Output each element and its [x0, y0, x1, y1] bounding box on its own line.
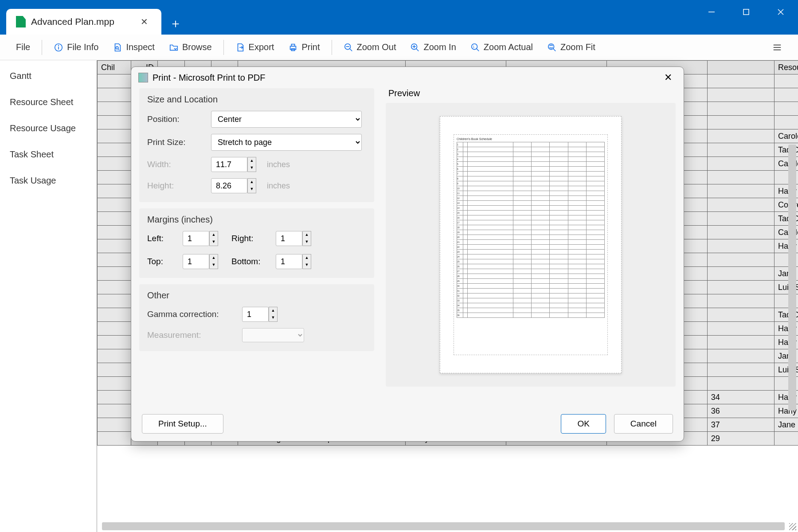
measurement-label: Measurement: [147, 330, 236, 340]
other-group: Other Gamma correction: ▲▼ Measurement: [139, 284, 374, 351]
menu-button[interactable] [765, 40, 789, 55]
toolbar: File File Info Inspect Browse Export Pri… [0, 35, 798, 60]
zoom-out-icon [344, 43, 353, 52]
preview-panel: Children's Book Schedule 123456789101112… [386, 103, 676, 387]
svg-line-13 [349, 48, 352, 51]
svg-line-16 [416, 48, 419, 51]
file-menu[interactable]: File [9, 39, 37, 55]
print-setup-button[interactable]: Print Setup... [142, 414, 223, 434]
inspect-icon [113, 43, 122, 52]
inspect-button[interactable]: Inspect [106, 39, 161, 55]
tab-title: Advanced Plan.mpp [31, 16, 132, 27]
dialog-footer: Print Setup... OK Cancel [131, 407, 684, 441]
gamma-spinner[interactable]: ▲▼ [269, 307, 278, 322]
zoom-actual-button[interactable]: 1Zoom Actual [463, 39, 540, 55]
minimize-button[interactable] [694, 0, 729, 24]
file-info-button[interactable]: File Info [47, 39, 106, 55]
preview-heading: Preview [386, 88, 676, 98]
sidebar-item-task-sheet[interactable]: Task Sheet [0, 141, 97, 168]
resize-grip[interactable] [789, 523, 796, 530]
window-controls [694, 0, 798, 24]
document-tab[interactable]: Advanced Plan.mpp ✕ [6, 9, 161, 35]
sidebar-item-task-usage[interactable]: Task Usage [0, 168, 97, 194]
size-location-heading: Size and Location [147, 94, 366, 105]
margin-left-input[interactable] [183, 231, 209, 246]
cancel-button[interactable]: Cancel [614, 414, 673, 434]
svg-line-8 [118, 48, 119, 50]
print-icon [288, 43, 298, 52]
zoom-actual-icon: 1 [470, 43, 480, 52]
print-button[interactable]: Print [281, 39, 327, 55]
dialog-icon [138, 73, 148, 82]
width-label: Width: [147, 160, 205, 169]
close-button[interactable] [763, 0, 798, 24]
browse-button[interactable]: Browse [162, 39, 219, 55]
margin-top-input[interactable] [183, 254, 209, 269]
info-icon [54, 43, 63, 52]
preview-doc-title: Children's Book Schedule [457, 137, 605, 141]
width-input[interactable] [211, 157, 247, 172]
maximize-button[interactable] [729, 0, 763, 24]
zoom-fit-button[interactable]: Zoom Fit [540, 39, 602, 55]
sidebar-item-gantt[interactable]: Gantt [0, 63, 97, 89]
position-select[interactable]: Center [211, 111, 362, 128]
margins-heading: Margins (inches) [147, 215, 366, 225]
document-icon [16, 16, 26, 27]
print-dialog: Print - Microsoft Print to PDF ✕ Size an… [131, 66, 684, 442]
height-label: Height: [147, 181, 205, 191]
print-size-select[interactable]: Stretch to page [211, 134, 362, 151]
svg-line-23 [553, 48, 556, 51]
svg-line-20 [477, 48, 479, 51]
svg-point-6 [59, 45, 59, 45]
margin-bottom-input[interactable] [276, 254, 302, 269]
export-icon [235, 43, 245, 52]
titlebar: Advanced Plan.mpp ✕ ＋ [0, 0, 798, 35]
gamma-label: Gamma correction: [147, 309, 236, 319]
zoom-in-button[interactable]: Zoom In [403, 39, 463, 55]
folder-icon [169, 43, 179, 52]
margin-right-spinner[interactable]: ▲▼ [302, 231, 311, 246]
width-unit: inches [267, 160, 290, 169]
height-unit: inches [267, 181, 290, 191]
gamma-input[interactable] [242, 307, 269, 322]
vertical-scrollbar[interactable] [788, 145, 796, 411]
width-spinner[interactable]: ▲▼ [247, 157, 256, 172]
zoom-in-icon [410, 43, 420, 52]
margin-left-spinner[interactable]: ▲▼ [209, 231, 218, 246]
margin-top-spinner[interactable]: ▲▼ [209, 254, 218, 269]
zoom-fit-icon [547, 43, 557, 52]
svg-rect-10 [292, 44, 295, 46]
margin-right-label: Right: [231, 234, 276, 243]
margin-bottom-spinner[interactable]: ▲▼ [302, 254, 311, 269]
size-location-group: Size and Location Position: Center Print… [139, 88, 374, 202]
export-button[interactable]: Export [228, 39, 282, 55]
margin-bottom-label: Bottom: [231, 257, 276, 266]
height-input[interactable] [211, 178, 247, 193]
print-size-label: Print Size: [147, 137, 205, 147]
dialog-close-icon[interactable]: ✕ [660, 70, 677, 85]
dialog-titlebar[interactable]: Print - Microsoft Print to PDF ✕ [131, 67, 684, 88]
margin-left-label: Left: [147, 234, 183, 243]
view-sidebar: Gantt Resource Sheet Resource Usage Task… [0, 60, 97, 532]
height-spinner[interactable]: ▲▼ [247, 178, 256, 193]
sidebar-item-resource-sheet[interactable]: Resource Sheet [0, 89, 97, 115]
margin-top-label: Top: [147, 257, 183, 266]
new-tab-button[interactable]: ＋ [169, 15, 182, 32]
svg-rect-1 [743, 9, 749, 15]
svg-text:1: 1 [473, 44, 474, 48]
sidebar-item-resource-usage[interactable]: Resource Usage [0, 115, 97, 141]
ok-button[interactable]: OK [561, 414, 606, 434]
position-label: Position: [147, 114, 205, 124]
margin-right-input[interactable] [276, 231, 302, 246]
horizontal-scrollbar[interactable] [102, 522, 785, 530]
tab-close-icon[interactable]: ✕ [137, 15, 152, 29]
margins-group: Margins (inches) Left: ▲▼ Right: ▲▼ Top:… [139, 208, 374, 278]
hamburger-icon [772, 43, 782, 52]
dialog-title: Print - Microsoft Print to PDF [153, 73, 266, 83]
other-heading: Other [147, 290, 366, 301]
preview-page: Children's Book Schedule 123456789101112… [440, 116, 622, 373]
measurement-select [242, 328, 304, 342]
zoom-out-button[interactable]: Zoom Out [336, 39, 403, 55]
